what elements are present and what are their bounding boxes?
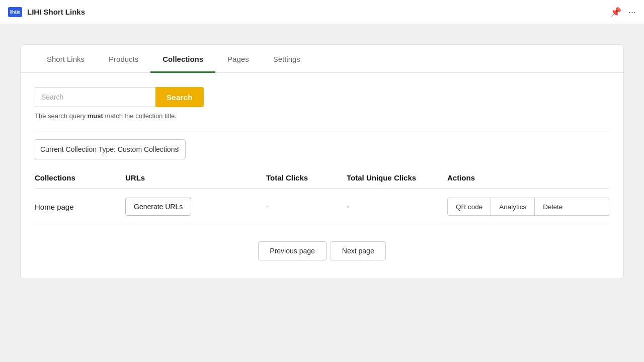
delete-button[interactable]: Delete [535,198,571,215]
row-actions: QR code Analytics Delete [447,198,609,216]
search-button[interactable]: Search [155,87,204,107]
row-urls: Generate URLs [125,198,266,216]
topbar: lihi.io LIHI Short Links 📌 ··· [0,0,644,24]
search-hint-bold: must [88,112,103,120]
header-actions: Actions [447,173,609,182]
tab-collections[interactable]: Collections [150,45,215,73]
more-options-icon[interactable]: ··· [628,8,636,17]
search-row: Search [35,87,609,107]
topbar-left: lihi.io LIHI Short Links [8,7,85,17]
row-name: Home page [35,203,125,211]
header-collections: Collections [35,173,125,182]
card-content: Search The search query must match the c… [21,73,623,279]
app-title: LIHI Short Links [27,8,85,16]
actions-group: QR code Analytics Delete [447,198,609,216]
pagination: Previous page Next page [35,241,609,260]
tabs: Short Links Products Collections Pages S… [21,45,623,73]
topbar-right: 📌 ··· [610,8,636,17]
row-total-clicks: - [266,203,347,211]
analytics-button[interactable]: Analytics [491,198,535,215]
card: Short Links Products Collections Pages S… [20,44,624,279]
tab-pages[interactable]: Pages [215,45,261,73]
collection-type-select[interactable]: Current Collection Type: Custom Collecti… [35,139,186,159]
header-total-clicks: Total Clicks [266,173,347,182]
tab-short-links[interactable]: Short Links [35,45,97,73]
logo-icon: lihi.io [8,7,22,17]
main-content: Short Links Products Collections Pages S… [0,24,644,299]
tab-settings[interactable]: Settings [261,45,312,73]
generate-urls-button[interactable]: Generate URLs [125,198,191,216]
next-page-button[interactable]: Next page [331,241,386,260]
header-urls: URLs [125,173,266,182]
tab-products[interactable]: Products [97,45,150,73]
pin-icon[interactable]: 📌 [610,8,621,17]
previous-page-button[interactable]: Previous page [258,241,327,260]
header-total-unique-clicks: Total Unique Clicks [347,173,447,182]
search-hint: The search query must match the collecti… [35,112,609,120]
table-row: Home page Generate URLs - - QR code Anal… [35,189,609,225]
collection-type-wrapper: Current Collection Type: Custom Collecti… [35,139,186,159]
divider [35,129,609,129]
row-total-unique-clicks: - [347,203,447,211]
qr-code-button[interactable]: QR code [448,198,491,215]
table-header: Collections URLs Total Clicks Total Uniq… [35,173,609,189]
search-input[interactable] [35,87,155,107]
